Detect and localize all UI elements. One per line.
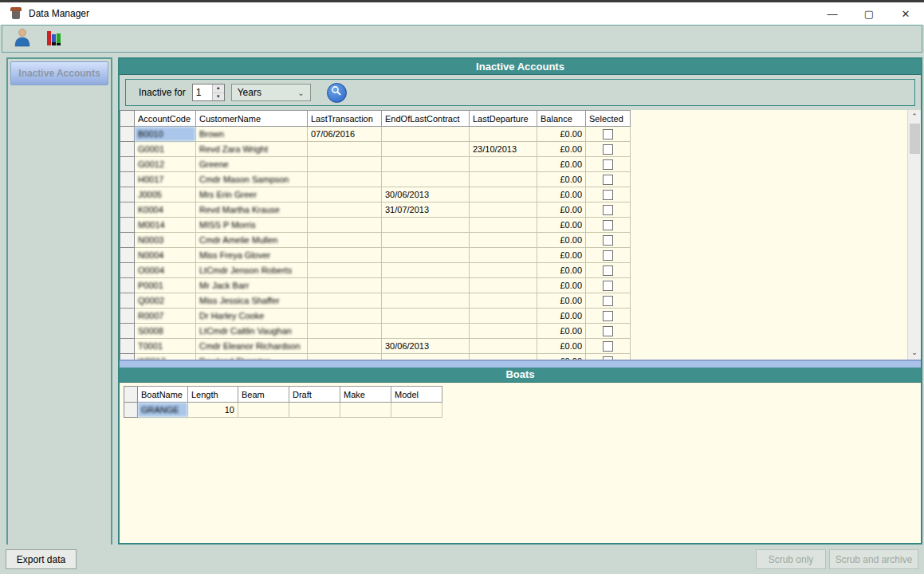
grid-cell[interactable]: £0.00 <box>537 142 586 157</box>
grid-cell[interactable]: S0008 <box>135 324 196 339</box>
row-checkbox[interactable] <box>603 205 613 215</box>
grid-cell[interactable]: B0010 <box>135 127 196 142</box>
grid-cell[interactable]: G0012 <box>135 157 196 172</box>
row-header-cell[interactable] <box>120 263 135 278</box>
table-row[interactable]: R0007Dr Harley Cooke£0.00 <box>120 309 631 324</box>
column-header[interactable]: LastTransaction <box>308 111 382 127</box>
grid-cell[interactable]: LtCmdr Jenson Roberts <box>196 263 308 278</box>
grid-cell[interactable]: £0.00 <box>537 324 586 339</box>
maximize-button[interactable]: ▢ <box>851 2 887 25</box>
row-checkbox[interactable] <box>603 265 613 276</box>
grid-cell[interactable]: MISS P Morris <box>196 218 308 233</box>
grid-cell[interactable]: J0005 <box>135 187 196 202</box>
grid-cell[interactable] <box>470 339 537 354</box>
scroll-up-icon[interactable]: ⌃ <box>908 110 922 124</box>
grid-cell[interactable]: GRANGE <box>138 403 188 418</box>
grid-cell[interactable]: £0.00 <box>537 157 586 172</box>
grid-cell[interactable] <box>308 354 382 361</box>
grid-cell[interactable] <box>308 324 382 339</box>
grid-cell[interactable] <box>586 278 631 293</box>
export-data-button[interactable]: Export data <box>6 549 77 569</box>
grid-cell[interactable] <box>308 293 382 309</box>
grid-cell[interactable] <box>586 127 631 142</box>
row-checkbox[interactable] <box>603 175 613 185</box>
row-header-cell[interactable] <box>120 142 135 157</box>
sidebar-tab-inactive-accounts[interactable]: Inactive Accounts <box>10 61 108 85</box>
row-header-cell[interactable] <box>120 157 135 172</box>
table-row[interactable]: GRANGE10 <box>124 403 442 418</box>
table-row[interactable]: M0014MISS P Morris£0.00 <box>120 218 631 233</box>
row-checkbox[interactable] <box>603 311 613 321</box>
table-row[interactable]: H0017Cmdr Mason Sampson£0.00 <box>120 172 631 187</box>
grid-cell[interactable] <box>470 202 537 218</box>
row-header-cell[interactable] <box>120 233 135 248</box>
grid-cell[interactable] <box>586 233 631 248</box>
grid-cell[interactable] <box>586 202 631 218</box>
row-checkbox[interactable] <box>603 341 613 352</box>
scroll-thumb[interactable] <box>910 124 920 154</box>
inactive-for-input[interactable] <box>193 85 212 100</box>
row-header-cell[interactable] <box>120 187 135 202</box>
row-checkbox[interactable] <box>603 190 613 200</box>
row-header-cell[interactable] <box>120 248 135 263</box>
row-header-cell[interactable] <box>120 354 135 361</box>
grid-cell[interactable] <box>308 172 382 187</box>
grid-cell[interactable] <box>289 403 340 418</box>
row-header-cell[interactable] <box>120 202 135 218</box>
grid-cell[interactable] <box>308 339 382 354</box>
row-checkbox[interactable] <box>603 235 613 246</box>
grid-cell[interactable]: £0.00 <box>537 127 586 142</box>
grid-cell[interactable] <box>382 127 470 142</box>
table-row[interactable]: O0004LtCmdr Jenson Roberts£0.00 <box>120 263 631 278</box>
grid-cell[interactable]: N0003 <box>135 233 196 248</box>
grid-cell[interactable] <box>470 324 537 339</box>
table-row[interactable]: W0012Rowland Thornton£0.00 <box>120 354 631 361</box>
grid-cell[interactable] <box>470 354 537 361</box>
grid-cell[interactable]: £0.00 <box>537 187 586 202</box>
grid-cell[interactable]: Revd Martha Krause <box>196 202 308 218</box>
row-checkbox[interactable] <box>603 356 613 361</box>
grid-cell[interactable] <box>340 403 391 418</box>
grid-cell[interactable]: Cmdr Mason Sampson <box>196 172 308 187</box>
grid-cell[interactable] <box>586 187 631 202</box>
column-header[interactable]: Length <box>188 387 238 403</box>
grid-cell[interactable] <box>308 233 382 248</box>
grid-cell[interactable]: Greene <box>196 157 308 172</box>
grid-cell[interactable] <box>586 157 631 172</box>
grid-cell[interactable]: £0.00 <box>537 263 586 278</box>
grid-cell[interactable] <box>382 218 470 233</box>
grid-cell[interactable]: M0014 <box>135 218 196 233</box>
grid-cell[interactable]: G0001 <box>135 142 196 157</box>
grid-cell[interactable]: £0.00 <box>537 354 586 361</box>
grid-cell[interactable]: Dr Harley Cooke <box>196 309 308 324</box>
grid-cell[interactable]: Mr Jack Barr <box>196 278 308 293</box>
grid-cell[interactable]: £0.00 <box>537 172 586 187</box>
grid-cell[interactable]: Revd Zara Wright <box>196 142 308 157</box>
column-header[interactable]: Selected <box>586 111 631 127</box>
grid-cell[interactable]: £0.00 <box>537 202 586 218</box>
spinner-up-icon[interactable]: ▲ <box>213 85 224 93</box>
grid-cell[interactable] <box>308 278 382 293</box>
grid-cell[interactable] <box>470 293 537 309</box>
grid-cell[interactable] <box>382 293 470 309</box>
table-row[interactable]: G0012Greene£0.00 <box>120 157 631 172</box>
grid-cell[interactable] <box>586 263 631 278</box>
grid-cell[interactable] <box>470 218 537 233</box>
grid-cell[interactable] <box>586 218 631 233</box>
grid-cell[interactable]: N0004 <box>135 248 196 263</box>
grid-cell[interactable] <box>382 233 470 248</box>
grid-cell[interactable]: Cmdr Amelie Mullen <box>196 233 308 248</box>
grid-cell[interactable]: Miss Freya Glover <box>196 248 308 263</box>
grid-cell[interactable]: 31/07/2013 <box>382 202 470 218</box>
grid-cell[interactable] <box>382 157 470 172</box>
grid-cell[interactable] <box>238 403 289 418</box>
grid-cell[interactable] <box>308 248 382 263</box>
grid-cell[interactable]: Q0002 <box>135 293 196 309</box>
scroll-down-icon[interactable]: ⌄ <box>908 346 922 360</box>
row-header-cell[interactable] <box>120 127 135 142</box>
row-checkbox[interactable] <box>603 129 613 140</box>
row-header-cell[interactable] <box>120 324 135 339</box>
table-row[interactable]: J0005Mrs Erin Greer30/06/2013£0.00 <box>120 187 631 202</box>
grid-cell[interactable]: 23/10/2013 <box>470 142 537 157</box>
row-checkbox[interactable] <box>603 159 613 170</box>
